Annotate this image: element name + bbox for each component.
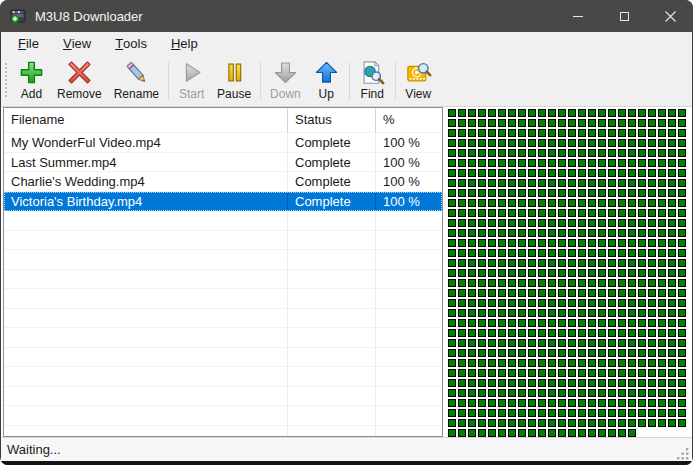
segment-cell <box>568 419 576 427</box>
segment-cell <box>468 149 476 157</box>
segment-cell <box>508 229 516 237</box>
segment-cell <box>658 389 666 397</box>
segment-cell <box>458 359 466 367</box>
segment-cell <box>648 119 656 127</box>
segment-cell <box>658 189 666 197</box>
toolbar-up-button[interactable]: Up <box>307 58 346 104</box>
toolbar-pause-button[interactable]: Pause <box>211 58 257 104</box>
segment-cell <box>538 179 546 187</box>
column-header-filename[interactable]: Filename <box>4 108 288 133</box>
column-header-percent[interactable]: % <box>376 108 442 133</box>
empty-row <box>4 309 442 329</box>
segment-cell <box>638 349 646 357</box>
segment-cell <box>608 199 616 207</box>
segment-cell <box>558 319 566 327</box>
toolbar-start-button[interactable]: Start <box>172 58 211 104</box>
segment-cell <box>638 399 646 407</box>
toolbar-view-button[interactable]: View <box>399 58 438 104</box>
menu-view[interactable]: View <box>51 32 103 55</box>
segment-cell <box>568 209 576 217</box>
segment-cell <box>558 139 566 147</box>
segment-cell <box>668 149 676 157</box>
segment-cell <box>658 139 666 147</box>
toolbar-find-button[interactable]: Find <box>353 58 392 104</box>
segment-cell <box>658 269 666 277</box>
segment-cell <box>618 229 626 237</box>
minimize-button[interactable] <box>555 0 601 32</box>
segment-cell <box>558 239 566 247</box>
table-row[interactable]: Charlie's Wedding.mp4Complete100 % <box>4 172 442 192</box>
segment-cell <box>618 199 626 207</box>
segment-cell <box>638 209 646 217</box>
segment-cell <box>508 259 516 267</box>
menu-help[interactable]: Help <box>159 32 210 55</box>
segment-cell <box>608 369 616 377</box>
toolbar-remove-button[interactable]: Remove <box>51 58 108 104</box>
segment-cell <box>498 159 506 167</box>
segment-cell <box>448 399 456 407</box>
segment-cell <box>628 409 636 417</box>
titlebar[interactable]: M3U8 Downloader <box>0 0 693 32</box>
segment-cell <box>638 179 646 187</box>
segment-cell <box>468 419 476 427</box>
cell-filename: My WonderFul Video.mp4 <box>4 133 288 153</box>
app-icon <box>10 8 26 24</box>
toolbar-gripper[interactable] <box>5 63 8 99</box>
segment-cell <box>538 259 546 267</box>
segment-cell <box>518 199 526 207</box>
segment-cell <box>448 149 456 157</box>
segment-cell <box>488 379 496 387</box>
segment-cell <box>528 279 536 287</box>
segment-cell <box>488 349 496 357</box>
segment-cell <box>538 369 546 377</box>
segment-cell <box>668 159 676 167</box>
close-button[interactable] <box>647 0 693 32</box>
segment-cell <box>668 189 676 197</box>
toolbar-down-button[interactable]: Down <box>264 58 307 104</box>
segment-cell <box>578 359 586 367</box>
menu-file[interactable]: File <box>6 32 51 55</box>
segment-cell <box>558 309 566 317</box>
segment-cell <box>648 389 656 397</box>
segment-cell <box>598 209 606 217</box>
toolbar-add-button[interactable]: Add <box>12 58 51 104</box>
segment-cell <box>538 229 546 237</box>
segment-cell <box>668 379 676 387</box>
segment-cell <box>638 149 646 157</box>
download-list[interactable]: Filename Status % My WonderFul Video.mp4… <box>3 107 443 437</box>
table-row[interactable]: Last Summer.mp4Complete100 % <box>4 153 442 173</box>
segment-cell <box>668 369 676 377</box>
segment-cell <box>598 159 606 167</box>
segment-cell <box>448 339 456 347</box>
segment-cell <box>478 179 486 187</box>
segment-cell <box>668 119 676 127</box>
segment-cell <box>498 269 506 277</box>
segment-cell <box>608 429 616 437</box>
table-row[interactable]: Victoria's Birthday.mp4Complete100 % <box>4 192 442 212</box>
segment-cell <box>498 389 506 397</box>
segment-cell <box>648 109 656 117</box>
segment-cell <box>498 279 506 287</box>
segment-cell <box>528 179 536 187</box>
column-header-status[interactable]: Status <box>288 108 376 133</box>
segment-cell <box>638 369 646 377</box>
cell-filename <box>4 309 288 329</box>
resize-grip-icon[interactable] <box>675 446 690 461</box>
toolbar-separator <box>260 62 261 100</box>
segment-cell <box>608 359 616 367</box>
maximize-button[interactable] <box>601 0 647 32</box>
segment-cell <box>468 219 476 227</box>
menu-tools[interactable]: Tools <box>103 32 159 55</box>
segment-cell <box>618 109 626 117</box>
segment-cell <box>488 419 496 427</box>
segment-cell <box>668 139 676 147</box>
segment-cell <box>678 299 686 307</box>
segment-cell <box>468 189 476 197</box>
segment-cell <box>628 399 636 407</box>
segment-cell <box>668 359 676 367</box>
segment-cell <box>558 329 566 337</box>
segment-cell <box>518 319 526 327</box>
segment-cell <box>588 369 596 377</box>
table-row[interactable]: My WonderFul Video.mp4Complete100 % <box>4 133 442 153</box>
toolbar-rename-button[interactable]: Rename <box>108 58 165 104</box>
